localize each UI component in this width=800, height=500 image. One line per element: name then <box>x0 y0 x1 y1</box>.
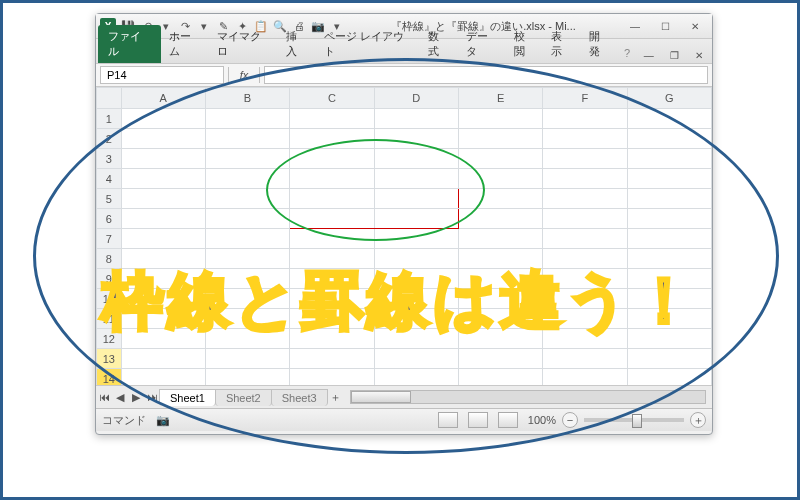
sheet-tab[interactable]: Sheet3 <box>271 389 328 406</box>
table-row: 3 <box>97 149 712 169</box>
horizontal-scrollbar[interactable] <box>350 390 706 404</box>
formula-input[interactable] <box>264 66 708 84</box>
row-header[interactable]: 6 <box>97 209 122 229</box>
child-close-button[interactable]: ✕ <box>687 47 712 63</box>
row-header[interactable]: 12 <box>97 329 122 349</box>
col-header[interactable]: C <box>290 88 374 109</box>
view-pagelayout-icon[interactable] <box>468 412 488 428</box>
table-row: 14 <box>97 369 712 386</box>
view-pagebreak-icon[interactable] <box>498 412 518 428</box>
tab-developer[interactable]: 開発 <box>581 25 618 63</box>
table-row: 10 <box>97 289 712 309</box>
tab-mymacro[interactable]: マイマクロ <box>209 25 278 63</box>
minimize-button[interactable]: — <box>622 18 648 34</box>
row-header[interactable]: 1 <box>97 109 122 129</box>
tab-file[interactable]: ファイル <box>98 25 161 63</box>
sheet-nav-last-icon[interactable]: ⏭ <box>144 391 160 403</box>
sheet-tab-bar: ⏮ ◀ ▶ ⏭ Sheet1 Sheet2 Sheet3 ＋ <box>96 385 712 408</box>
row-header[interactable]: 9 <box>97 269 122 289</box>
macro-record-icon[interactable]: 📷 <box>156 414 170 427</box>
table-row: 13 <box>97 349 712 369</box>
zoom-slider[interactable] <box>584 418 684 422</box>
row-header[interactable]: 3 <box>97 149 122 169</box>
excel-window: X 💾 ↶ ▾ ↷ ▾ ✎ ✦ 📋 🔍 🖨 📷 ▾ 『枠線』と『罫線』の違い.x… <box>95 13 713 435</box>
table-row: 11 <box>97 309 712 329</box>
col-header[interactable]: E <box>458 88 542 109</box>
zoom-percent[interactable]: 100% <box>528 414 556 426</box>
tab-pagelayout[interactable]: ページ レイアウト <box>316 25 421 63</box>
child-minimize-button[interactable]: — <box>636 47 661 63</box>
child-restore-button[interactable]: ❐ <box>661 47 686 63</box>
tab-view[interactable]: 表示 <box>543 25 580 63</box>
close-button[interactable]: ✕ <box>682 18 708 34</box>
table-row: 7 <box>97 229 712 249</box>
status-mode: コマンド <box>102 413 146 428</box>
cells-table: A B C D E F G 1 2 3 4 5 6 7 8 9 10 11 <box>96 87 712 385</box>
formula-bar: P14 fx <box>96 64 712 87</box>
table-row: 1 <box>97 109 712 129</box>
name-box[interactable]: P14 <box>100 66 224 84</box>
new-sheet-icon[interactable]: ＋ <box>328 390 344 405</box>
view-normal-icon[interactable] <box>438 412 458 428</box>
help-icon[interactable]: ? <box>618 43 636 63</box>
row-header[interactable]: 14 <box>97 369 122 386</box>
worksheet-grid[interactable]: A B C D E F G 1 2 3 4 5 6 7 8 9 10 11 <box>96 87 712 385</box>
sheet-nav-prev-icon[interactable]: ◀ <box>112 391 128 404</box>
row-header[interactable]: 2 <box>97 129 122 149</box>
col-header[interactable]: F <box>543 88 627 109</box>
sheet-nav-next-icon[interactable]: ▶ <box>128 391 144 404</box>
tab-formulas[interactable]: 数式 <box>420 25 457 63</box>
row-header[interactable]: 4 <box>97 169 122 189</box>
table-row: 9 <box>97 269 712 289</box>
table-row: 2 <box>97 129 712 149</box>
row-header[interactable]: 5 <box>97 189 122 209</box>
table-row: 6 <box>97 209 712 229</box>
zoom-control: 100% − ＋ <box>528 412 706 428</box>
ribbon-tabs: ファイル ホーム マイマクロ 挿入 ページ レイアウト 数式 データ 校閲 表示… <box>96 39 712 64</box>
status-bar: コマンド 📷 100% − ＋ <box>96 408 712 431</box>
zoom-out-button[interactable]: − <box>562 412 578 428</box>
table-row: 5 <box>97 189 712 209</box>
col-header[interactable]: G <box>627 88 711 109</box>
zoom-in-button[interactable]: ＋ <box>690 412 706 428</box>
row-header[interactable]: 13 <box>97 349 122 369</box>
fx-icon[interactable]: fx <box>228 67 260 83</box>
select-all-corner[interactable] <box>97 88 122 109</box>
zoom-slider-thumb[interactable] <box>632 414 642 428</box>
sheet-tab[interactable]: Sheet1 <box>159 389 216 406</box>
table-row: 12 <box>97 329 712 349</box>
table-row: 4 <box>97 169 712 189</box>
col-header[interactable]: B <box>205 88 289 109</box>
col-header[interactable]: A <box>121 88 205 109</box>
maximize-button[interactable]: ☐ <box>652 18 678 34</box>
tab-home[interactable]: ホーム <box>161 25 209 63</box>
row-header[interactable]: 11 <box>97 309 122 329</box>
tab-data[interactable]: データ <box>458 25 506 63</box>
row-header[interactable]: 8 <box>97 249 122 269</box>
tab-review[interactable]: 校閲 <box>506 25 543 63</box>
sheet-nav-first-icon[interactable]: ⏮ <box>96 391 112 403</box>
scrollbar-thumb[interactable] <box>351 391 411 403</box>
row-header[interactable]: 7 <box>97 229 122 249</box>
row-header[interactable]: 10 <box>97 289 122 309</box>
table-row: 8 <box>97 249 712 269</box>
col-header[interactable]: D <box>374 88 458 109</box>
sheet-tab[interactable]: Sheet2 <box>215 389 272 406</box>
tab-insert[interactable]: 挿入 <box>278 25 315 63</box>
